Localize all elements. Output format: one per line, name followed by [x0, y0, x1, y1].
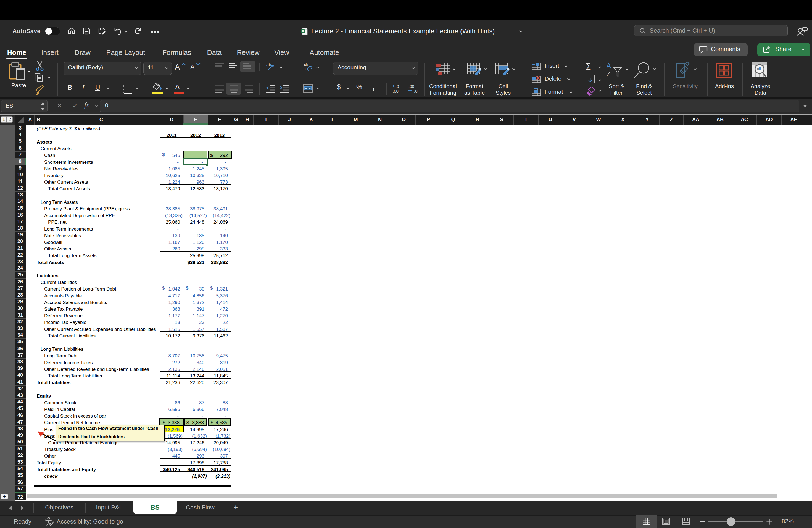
svg-text:.0: .0 — [414, 89, 418, 93]
svg-text:.00: .00 — [408, 84, 414, 89]
svg-text:ab: ab — [304, 62, 308, 67]
svg-text:A: A — [607, 62, 611, 69]
svg-text:ab: ab — [266, 62, 271, 67]
svg-text:X: X — [302, 30, 304, 33]
svg-text:.00: .00 — [393, 89, 398, 93]
svg-text:.0: .0 — [395, 84, 399, 89]
svg-text:c: c — [304, 66, 306, 71]
svg-text:Z: Z — [607, 70, 611, 78]
